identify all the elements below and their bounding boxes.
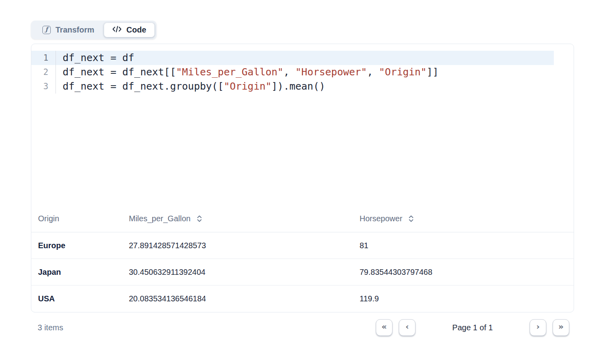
line-number: 3 [31,79,56,94]
double-chevron-right-icon: » [558,323,564,331]
double-chevron-left-icon: « [381,323,387,331]
chevron-left-icon: ‹ [406,323,409,331]
next-page-button[interactable]: › [530,319,546,336]
column-header-miles-per-gallon[interactable]: Miles_per_Gallon [122,214,353,223]
tab-transform-label: Transform [56,25,94,34]
cell-miles-per-gallon: 30.450632911392404 [122,268,353,277]
tab-code-label: Code [126,25,146,34]
code-line: 1 df_next = df [31,51,574,65]
cell-horsepower: 119.9 [353,294,574,303]
function-icon: ƒ [42,26,51,34]
first-page-button[interactable]: « [376,319,392,336]
code-line-content: df_next = df_next.groupby(["Origin"]).me… [56,79,574,94]
table-row: Japan 30.450632911392404 79.835443037974… [31,259,574,285]
code-line: 3 df_next = df_next.groupby(["Origin"]).… [31,79,574,94]
cell-origin: Europe [31,241,122,250]
sort-icon[interactable] [196,215,203,222]
column-header-horsepower[interactable]: Horsepower [353,214,574,223]
cell-origin: Japan [31,268,122,277]
code-line: 2 df_next = df_next[["Miles_per_Gallon",… [31,65,574,79]
cell-panel: 1 df_next = df 2 df_next = df_next[["Mil… [31,44,574,312]
tab-transform[interactable]: ƒ Transform [33,23,104,37]
line-number: 2 [31,65,56,79]
table-header-row: Origin Miles_per_Gallon Horsepower [31,205,574,232]
result-table: Origin Miles_per_Gallon Horsepower [31,205,574,312]
table-row: Europe 27.891428571428573 81 [31,232,574,259]
view-toggle: ƒ Transform Code [31,21,157,39]
pagination: « ‹ Page 1 of 1 › » [376,319,574,336]
tab-code[interactable]: Code [104,23,155,37]
transform-cell: ƒ Transform Code 1 df_next = df 2 df_ne [31,0,574,336]
code-editor[interactable]: 1 df_next = df 2 df_next = df_next[["Mil… [31,44,574,205]
cell-horsepower: 79.83544303797468 [353,268,574,277]
table-footer: 3 items « ‹ Page 1 of 1 › » [31,319,574,336]
cell-horsepower: 81 [353,241,574,250]
table-row: USA 20.083534136546184 119.9 [31,285,574,312]
page-indicator: Page 1 of 1 [427,323,518,332]
column-header-origin: Origin [31,214,122,223]
last-page-button[interactable]: » [553,319,569,336]
chevron-right-icon: › [536,323,540,331]
line-number: 1 [31,51,56,65]
cell-miles-per-gallon: 20.083534136546184 [122,294,353,303]
code-icon [112,25,122,34]
code-line-content: df_next = df [56,51,574,65]
items-count: 3 items [31,323,63,332]
cell-origin: USA [31,294,122,303]
code-line-content: df_next = df_next[["Miles_per_Gallon", "… [56,65,574,79]
previous-page-button[interactable]: ‹ [399,319,415,336]
sort-icon[interactable] [408,215,414,222]
cell-miles-per-gallon: 27.891428571428573 [122,241,353,250]
